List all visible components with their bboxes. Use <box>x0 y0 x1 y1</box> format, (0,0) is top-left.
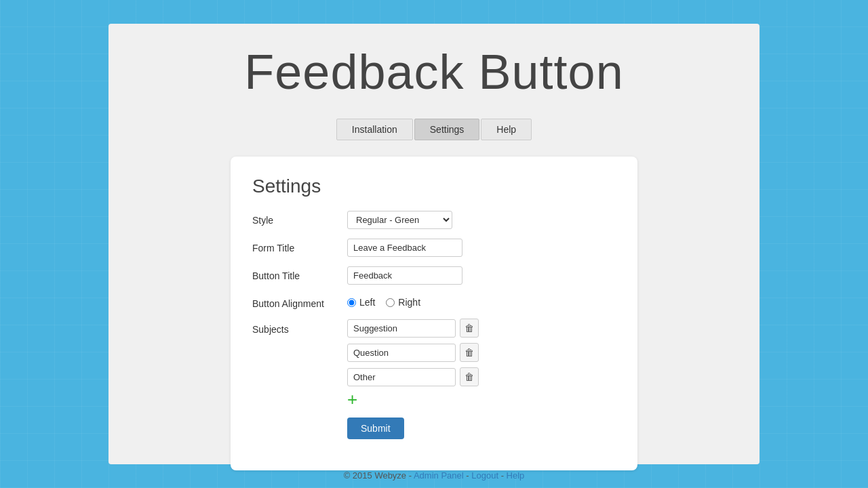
settings-heading: Settings <box>252 176 616 197</box>
submit-button[interactable]: Submit <box>347 418 404 439</box>
button-alignment-label: Button Alignment <box>252 294 347 309</box>
button-alignment-row: Button Alignment Left Right <box>252 294 616 309</box>
subjects-row: Subjects 🗑 🗑 <box>252 319 616 439</box>
button-title-input[interactable] <box>347 266 462 285</box>
button-title-row: Button Title <box>252 266 616 285</box>
button-title-control <box>347 266 616 285</box>
alignment-left-radio[interactable] <box>347 298 356 307</box>
form-title-row: Form Title <box>252 239 616 257</box>
footer-help[interactable]: Help <box>507 470 525 481</box>
subject-row-3: 🗑 <box>347 367 616 386</box>
trash-icon-1: 🗑 <box>465 323 474 333</box>
alignment-right-label[interactable]: Right <box>386 297 420 308</box>
subjects-label: Subjects <box>252 319 347 335</box>
tab-installation[interactable]: Installation <box>336 119 413 140</box>
footer-admin-panel[interactable]: Admin Panel <box>414 470 464 481</box>
settings-card: Settings Style Regular - Green Regular -… <box>231 157 637 470</box>
footer-logout[interactable]: Logout <box>471 470 498 481</box>
add-subject-button[interactable]: + <box>347 390 357 408</box>
alignment-left-text: Left <box>359 297 375 308</box>
tab-settings[interactable]: Settings <box>414 119 480 140</box>
subject-input-2[interactable] <box>347 344 456 362</box>
subject-row-2: 🗑 <box>347 343 616 362</box>
main-container: Feedback Button Installation Settings He… <box>108 24 760 464</box>
style-label: Style <box>252 211 347 226</box>
page-title: Feedback Button <box>244 44 623 100</box>
delete-subject-1[interactable]: 🗑 <box>460 319 479 338</box>
trash-icon-2: 🗑 <box>465 347 474 358</box>
tab-help[interactable]: Help <box>481 119 532 140</box>
nav-tabs: Installation Settings Help <box>336 119 532 140</box>
form-title-control <box>347 239 616 257</box>
subject-row-1: 🗑 <box>347 319 616 338</box>
subject-input-1[interactable] <box>347 319 456 338</box>
alignment-left-label[interactable]: Left <box>347 297 375 308</box>
style-row: Style Regular - Green Regular - Blue Reg… <box>252 211 616 229</box>
alignment-right-text: Right <box>398 297 420 308</box>
form-title-input[interactable] <box>347 239 462 257</box>
subjects-list: 🗑 🗑 🗑 <box>347 319 616 386</box>
style-select[interactable]: Regular - Green Regular - Blue Regular -… <box>347 211 452 229</box>
subject-input-3[interactable] <box>347 368 456 386</box>
form-title-label: Form Title <box>252 239 347 253</box>
footer-sep2: - <box>501 470 507 481</box>
footer: © 2015 Webyze - Admin Panel - Logout - H… <box>344 470 525 481</box>
alignment-control: Left Right <box>347 294 616 308</box>
alignment-right-radio[interactable] <box>386 298 395 307</box>
delete-subject-3[interactable]: 🗑 <box>460 367 479 386</box>
trash-icon-3: 🗑 <box>465 371 474 382</box>
style-control: Regular - Green Regular - Blue Regular -… <box>347 211 616 229</box>
subjects-control: 🗑 🗑 🗑 <box>347 319 616 439</box>
button-title-label: Button Title <box>252 266 347 281</box>
footer-copyright: © 2015 Webyze - <box>344 470 412 481</box>
delete-subject-2[interactable]: 🗑 <box>460 343 479 362</box>
